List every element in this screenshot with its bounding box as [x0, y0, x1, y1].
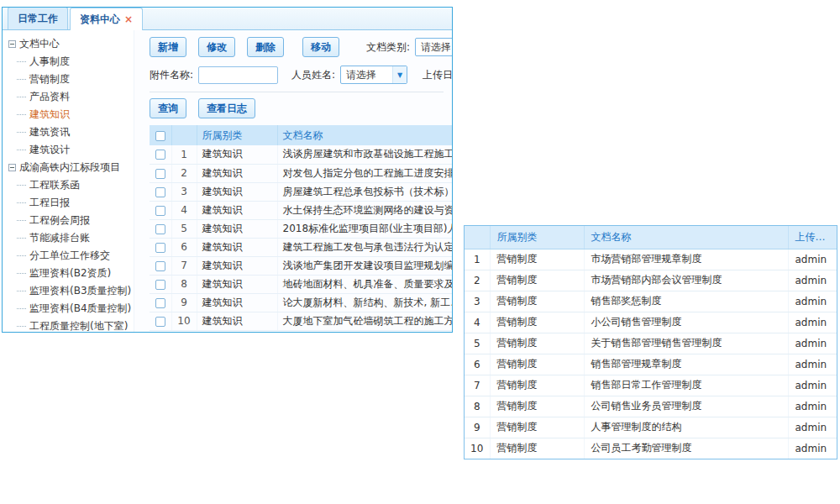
tree-item-label: 产品资料 — [29, 91, 70, 102]
filter-row: 附件名称: 人员姓名: 请选择 ▼ 上传日期 — [150, 64, 452, 86]
table-row[interactable]: 6建筑知识建筑工程施工发包与承包违法行为认定… — [150, 238, 452, 256]
row-checkbox-cell — [150, 293, 171, 312]
query-button[interactable]: 查询 — [150, 98, 186, 118]
row-uploader: admin — [788, 270, 837, 291]
row-doc-name: 浅谈地产集团开发建设项目监理规划编… — [277, 256, 452, 275]
row-checkbox-cell — [150, 238, 171, 256]
row-doc-name: 建筑工程施工发包与承包违法行为认定… — [277, 238, 452, 256]
view-log-button[interactable]: 查看日志 — [198, 98, 255, 118]
row-number: 6 — [465, 354, 490, 375]
table-row[interactable]: 2建筑知识对发包人指定分包的工程施工进度安排… — [150, 164, 452, 182]
move-button[interactable]: 移动 — [302, 37, 339, 57]
table-row[interactable]: 5营销制度关于销售部管理销售管理制度admin — [465, 333, 837, 354]
table-row[interactable]: 7建筑知识浅谈地产集团开发建设项目监理规划编… — [150, 256, 452, 275]
table-row[interactable]: 1建筑知识浅谈房屋建筑和市政基础设施工程施工… — [150, 145, 452, 164]
content-area: 新增修改删除移动 文档类别: 请选择 ▼ 文档 附件名称: 人员姓名: 请选择 … — [134, 30, 452, 333]
person-name-select[interactable]: 请选择 ▼ — [340, 66, 407, 84]
table-row[interactable]: 8营销制度公司销售业务员管理制度admin — [465, 396, 837, 417]
tree-item[interactable]: 监理资料(B3质量控制) — [3, 282, 134, 300]
table-row[interactable]: 2营销制度市场营销部内部会议管理制度admin — [465, 270, 837, 291]
tree-item-label: 工程联系函 — [29, 179, 80, 191]
tree-item[interactable]: 建筑资讯 — [3, 123, 134, 141]
row-checkbox[interactable] — [155, 280, 165, 290]
tree-item[interactable]: 建筑设计 — [3, 141, 134, 159]
row-number: 3 — [171, 182, 197, 201]
row-checkbox[interactable] — [155, 206, 165, 216]
row-doc-name: 销售部管理规章制度 — [584, 354, 788, 375]
row-number: 8 — [171, 275, 197, 293]
row-checkbox[interactable] — [155, 261, 165, 271]
tree-item[interactable]: 工程质量控制(地下室) — [3, 318, 134, 333]
tree-connector — [17, 150, 26, 150]
tree-item-label: 营销制度 — [29, 73, 70, 85]
row-number: 2 — [465, 270, 490, 291]
filter-divider — [150, 92, 444, 92]
tab-label: 日常工作 — [18, 13, 58, 24]
attachment-name-input[interactable] — [198, 66, 278, 84]
table-row[interactable]: 3营销制度销售部奖惩制度admin — [465, 291, 837, 312]
row-category: 营销制度 — [490, 333, 584, 354]
table-row[interactable]: 7营销制度销售部日常工作管理制度admin — [465, 375, 837, 396]
chevron-down-icon: ▼ — [392, 66, 407, 83]
tab-close-icon[interactable]: × — [124, 13, 133, 25]
tree-item[interactable]: 成渝高铁内江标段项目 — [3, 159, 134, 176]
tree-item[interactable]: 人事制度 — [3, 53, 134, 71]
row-number: 3 — [465, 291, 490, 312]
row-doc-name: 关于销售部管理销售管理制度 — [584, 333, 788, 354]
row-category: 营销制度 — [490, 354, 584, 375]
delete-button[interactable]: 删除 — [247, 37, 284, 57]
row-doc-name: 市场营销部内部会议管理制度 — [584, 270, 788, 291]
row-checkbox[interactable] — [155, 150, 165, 160]
tree-item-label: 工程质量控制(地下室) — [29, 320, 128, 332]
tab-inactive[interactable]: 日常工作 — [8, 7, 68, 29]
tree-connector — [17, 291, 26, 291]
row-checkbox[interactable] — [155, 187, 165, 197]
table-row[interactable]: 3建筑知识房屋建筑工程总承包投标书（技术标）… — [150, 182, 452, 201]
row-checkbox[interactable] — [155, 317, 165, 327]
tree-item[interactable]: 监理资料(B2资质) — [3, 265, 134, 282]
row-category: 建筑知识 — [197, 182, 277, 201]
tree-item[interactable]: 文档中心 — [3, 35, 134, 53]
table-row[interactable]: 10营销制度公司员工考勤管理制度admin — [465, 438, 837, 459]
tree-item[interactable]: 监理资料(B4质量控制) — [3, 300, 134, 318]
table-row[interactable]: 4建筑知识水土保持生态环境监测网络的建设与资… — [150, 201, 452, 219]
row-category: 建筑知识 — [197, 256, 277, 275]
row-category: 营销制度 — [490, 438, 584, 459]
tree-item[interactable]: 建筑知识 — [3, 106, 134, 123]
row-doc-name: 销售部日常工作管理制度 — [584, 375, 788, 396]
tree-item[interactable]: 工程联系函 — [3, 176, 134, 194]
tree-item[interactable]: 营销制度 — [3, 71, 134, 88]
column-header-doc-name: 文档名称 — [584, 226, 788, 249]
tree-connector — [17, 202, 26, 203]
row-checkbox-cell — [150, 145, 171, 164]
table-row[interactable]: 5建筑知识2018标准化监理项目部(业主项目部)人员… — [150, 219, 452, 238]
tree-item[interactable]: 工程日报 — [3, 194, 134, 212]
tree-item-label: 监理资料(B2资质) — [29, 267, 111, 279]
select-all-checkbox[interactable] — [155, 131, 165, 141]
tree-item[interactable]: 节能减排台账 — [3, 229, 134, 247]
table-row[interactable]: 9营销制度人事管理制度的结构admin — [465, 417, 837, 438]
table-row[interactable]: 8建筑知识地砖地面材料、机具准备、质量要求及… — [150, 275, 452, 293]
collapse-icon[interactable] — [8, 40, 16, 48]
tree-item[interactable]: 产品资料 — [3, 88, 134, 106]
row-checkbox[interactable] — [155, 169, 165, 179]
table-row[interactable]: 4营销制度小公司销售管理制度admin — [465, 312, 837, 333]
row-category: 营销制度 — [490, 375, 584, 396]
add-button[interactable]: 新增 — [150, 37, 186, 57]
table-row[interactable]: 6营销制度销售部管理规章制度admin — [465, 354, 837, 375]
row-checkbox[interactable] — [155, 243, 165, 253]
collapse-icon[interactable] — [8, 164, 16, 171]
tree-item[interactable]: 分工单位工作移交 — [3, 247, 134, 265]
table-row[interactable]: 10建筑知识大厦地下室加气砼墙砌筑工程的施工方… — [150, 312, 452, 330]
tree-item[interactable]: 工程例会周报 — [3, 212, 134, 229]
tab-active[interactable]: 资料中心× — [70, 8, 143, 30]
table-row[interactable]: 1营销制度市场营销部管理规章制度admin — [465, 249, 837, 270]
row-category: 营销制度 — [490, 417, 584, 438]
table-row[interactable]: 9建筑知识论大厦新材料、新结构、新技术, 新工… — [150, 293, 452, 312]
row-checkbox[interactable] — [155, 224, 165, 234]
modify-button[interactable]: 修改 — [198, 37, 235, 57]
row-doc-name: 公司销售业务员管理制度 — [584, 396, 788, 417]
row-checkbox[interactable] — [155, 298, 165, 308]
doc-category-select[interactable]: 请选择 ▼ — [415, 38, 452, 56]
row-uploader: admin — [788, 354, 837, 375]
